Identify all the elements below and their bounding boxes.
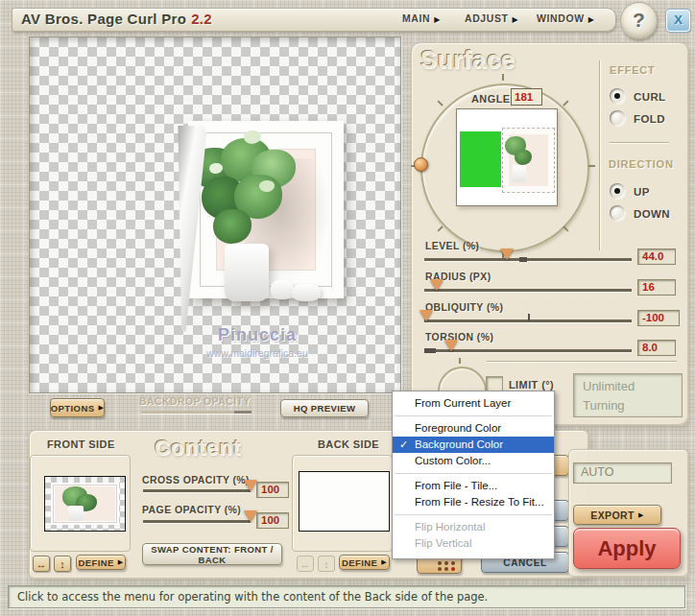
torsion-slider[interactable] [424, 349, 632, 352]
watermark-url: www.maidiregrafica.eu [156, 347, 358, 359]
obliquity-slider-handle[interactable] [419, 310, 433, 321]
limit-display: Unlimited Turning [573, 373, 683, 417]
level-slider[interactable] [424, 258, 632, 261]
menu-main[interactable]: MAIN▶ [402, 12, 441, 24]
radio-fold-label[interactable]: FOLD [634, 113, 665, 125]
menu-arrow-icon: ▶ [118, 558, 124, 566]
menu-item-background-color[interactable]: ✓ Background Color [393, 437, 554, 453]
angle-label: ANGLE [471, 93, 511, 105]
obliquity-slider[interactable] [424, 320, 632, 322]
menu-arrow-icon: ▶ [513, 15, 519, 24]
backdrop-opacity-slider [141, 411, 252, 414]
cup [271, 280, 294, 299]
apply-button[interactable]: Apply [573, 528, 681, 569]
auto-display: AUTO [573, 462, 672, 484]
front-flip-horizontal-button[interactable]: ↔ [33, 556, 50, 572]
page-opacity-value-box[interactable]: 100 [256, 512, 289, 529]
radius-value-box[interactable]: 16 [637, 279, 676, 296]
front-flip-vertical-button[interactable]: ↕ [54, 556, 71, 572]
radio-curl[interactable] [610, 88, 625, 104]
front-side-thumbnail[interactable] [44, 476, 126, 532]
menu-adjust[interactable]: ADJUST▶ [465, 12, 518, 24]
menu-item-custom-color[interactable]: Custom Color... [393, 453, 554, 469]
radius-slider[interactable] [424, 289, 632, 292]
radio-curl-label[interactable]: CURL [634, 91, 666, 103]
page-opacity-handle[interactable] [244, 510, 257, 522]
status-bar: Click to access the menu for operating w… [8, 585, 685, 608]
watermark: Pinuccia www.maidiregrafica.eu [156, 325, 358, 359]
backdrop-opacity-label: BACKDROP OPACITY [139, 395, 251, 407]
divider [487, 361, 677, 362]
swap-content-button[interactable]: SWAP CONTENT: FRONT / BACK [142, 543, 282, 565]
angle-input[interactable]: 181 [511, 88, 542, 106]
level-value-box[interactable]: 44.0 [637, 249, 676, 265]
options-button[interactable]: OPTIONS▶ [50, 398, 105, 417]
page-curl-pro-dialog: AV Bros. Page Curl Pro2.2 MAIN▶ ADJUST▶ … [0, 0, 695, 616]
thumbnail-front-card [502, 128, 555, 193]
level-slider-handle[interactable] [500, 249, 514, 260]
cross-opacity-label: CROSS OPACITY (%) [142, 474, 250, 486]
radius-slider-handle[interactable] [430, 279, 443, 291]
dots-icon [438, 561, 442, 565]
cross-opacity-value-box[interactable]: 100 [256, 482, 289, 498]
menu-arrow-icon: ▶ [638, 511, 644, 519]
hq-preview-button[interactable]: HQ PREVIEW [280, 399, 369, 417]
preview-artwork [188, 121, 344, 298]
cross-opacity-slider[interactable] [143, 489, 251, 492]
menu-window[interactable]: WINDOW▶ [537, 12, 594, 24]
watermark-title: Pinuccia [156, 325, 358, 345]
preview-canvas[interactable]: Pinuccia www.maidiregrafica.eu [29, 36, 401, 393]
surface-panel: Surface ANGLE 181 EFFECT CURL [411, 42, 689, 426]
menu-arrow-icon: ▶ [434, 15, 441, 24]
radio-up-label[interactable]: UP [634, 186, 650, 198]
radio-fold[interactable] [610, 110, 625, 126]
torsion-slider-label: TORSION (%) [425, 331, 493, 343]
window-title: AV Bros. Page Curl Pro2.2 [21, 11, 212, 27]
menu-item-flip-horizontal: Flip Horizontal [393, 519, 554, 535]
front-define-button[interactable]: DEFINE▶ [76, 555, 126, 570]
back-define-button[interactable]: DEFINE▶ [339, 555, 390, 570]
menu-item-flip-vertical: Flip Vertical [393, 535, 554, 552]
torsion-slider-handle[interactable] [444, 340, 458, 351]
h-arrows-icon: ↔ [36, 558, 47, 570]
menu-item-from-file-resize[interactable]: From File - Resize To Fit... [393, 494, 554, 510]
menu-separator [395, 473, 552, 474]
angle-dial-handle[interactable] [414, 157, 428, 172]
menu-arrow-icon: ▶ [381, 558, 387, 566]
menu-item-foreground-color[interactable]: Foreground Color [393, 420, 554, 437]
back-flip-horizontal-button: ↔ [297, 556, 314, 572]
back-side-thumbnail[interactable] [299, 471, 390, 532]
actions-panel: AUTO EXPORT▶ Apply [568, 449, 689, 578]
menu-item-from-current-layer[interactable]: From Current Layer [393, 395, 554, 412]
cup [292, 284, 321, 301]
content-title: Content [135, 436, 260, 461]
obliquity-value-box[interactable]: -100 [637, 310, 680, 326]
menu-item-from-file-tile[interactable]: From File - Tile... [393, 478, 554, 494]
v-arrows-icon: ↕ [60, 558, 65, 570]
export-button[interactable]: EXPORT▶ [573, 505, 661, 525]
torsion-value-box[interactable]: 8.0 [637, 340, 676, 356]
cross-opacity-handle[interactable] [244, 480, 257, 491]
app-name: AV Bros. Page Curl Pro [21, 11, 186, 27]
page-opacity-label: PAGE OPACITY (%) [142, 504, 241, 515]
menu-arrow-icon: ▶ [98, 404, 104, 412]
back-side-content-menu: From Current Layer Foreground Color ✓ Ba… [392, 391, 555, 559]
limit-label: LIMIT (°) [509, 379, 554, 391]
radio-down-label[interactable]: DOWN [634, 208, 670, 220]
app-version: 2.2 [191, 11, 212, 27]
menu-arrow-icon: ▶ [588, 15, 595, 24]
page-opacity-slider[interactable] [143, 520, 251, 523]
plant-vase [225, 244, 269, 301]
limit-dial-tick [459, 358, 461, 364]
close-button[interactable]: X [666, 10, 690, 32]
surface-thumbnail [456, 108, 558, 206]
menu-separator [395, 415, 552, 416]
help-button[interactable]: ? [620, 2, 658, 39]
menu-separator [395, 514, 552, 515]
radio-up[interactable] [610, 183, 625, 199]
effect-label: EFFECT [610, 64, 656, 76]
level-slider-label: LEVEL (%) [425, 240, 480, 251]
radio-down[interactable] [610, 205, 625, 221]
close-icon: X [674, 12, 683, 27]
checkmark-icon: ✓ [399, 437, 408, 453]
